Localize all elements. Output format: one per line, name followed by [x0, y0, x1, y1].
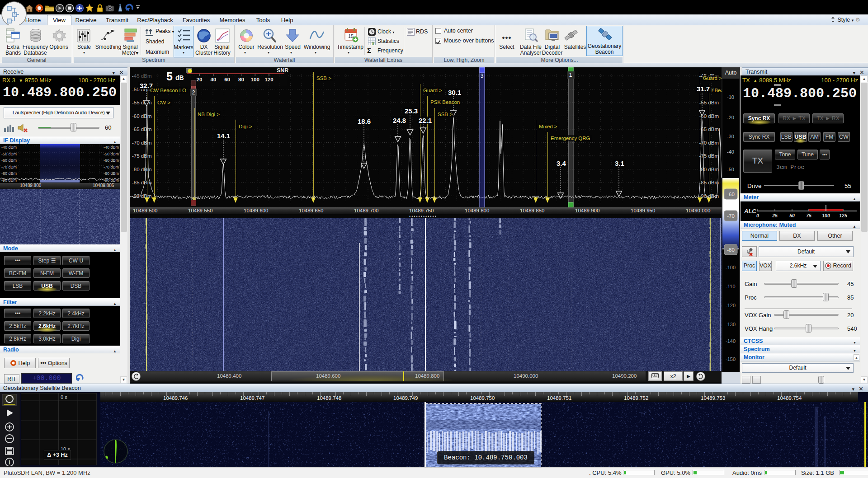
svg-text:3: 3: [481, 73, 484, 79]
svg-text:-50: -50: [727, 167, 734, 172]
svg-text:ALC: ALC: [744, 208, 756, 215]
svg-text:-50 dBm: -50 dBm: [104, 152, 119, 156]
svg-text:-75 dBm: -75 dBm: [132, 153, 151, 159]
svg-text:100: 100: [251, 77, 259, 82]
svg-text:-60 dBm: -60 dBm: [104, 158, 119, 163]
svg-text:-60 dBm: -60 dBm: [132, 113, 151, 119]
svg-text:-40 dBm: -40 dBm: [1, 145, 17, 150]
svg-text:20: 20: [197, 77, 203, 82]
svg-text:0 s: 0 s: [61, 394, 67, 400]
svg-text:100: 100: [822, 213, 830, 218]
svg-text:-150: -150: [726, 356, 736, 362]
svg-text:-80 dBm: -80 dBm: [104, 171, 119, 176]
svg-text:-30: -30: [727, 134, 734, 139]
svg-text:SNR: SNR: [277, 67, 288, 74]
svg-text:-60 dBm: -60 dBm: [1, 158, 17, 163]
svg-text:-10: -10: [727, 94, 734, 100]
svg-text:125: 125: [839, 213, 847, 218]
svg-text:80: 80: [238, 77, 244, 82]
svg-text:0: 0: [756, 213, 759, 218]
svg-text:120: 120: [264, 77, 273, 82]
svg-text:1: 1: [569, 72, 572, 78]
svg-text:-90 dBm: -90 dBm: [104, 178, 119, 183]
svg-text:-40 dBm: -40 dBm: [104, 145, 119, 150]
svg-text:-65 dBm: -65 dBm: [132, 127, 151, 132]
svg-text:-60: -60: [727, 192, 735, 197]
svg-text:-20: -20: [727, 115, 734, 120]
svg-text:2: 2: [192, 89, 195, 96]
svg-text:-110: -110: [726, 284, 735, 289]
svg-text:-80 dBm: -80 dBm: [132, 167, 151, 172]
svg-text:-80: -80: [727, 247, 735, 253]
svg-text:-90 dBm: -90 dBm: [1, 178, 17, 183]
svg-text:dB: dB: [175, 74, 184, 81]
svg-text:5: 5: [166, 70, 173, 83]
svg-text:-40: -40: [727, 149, 734, 155]
svg-text:-100: -100: [726, 265, 736, 270]
svg-text:-85 dBm: -85 dBm: [132, 180, 151, 185]
svg-text:-70 dBm: -70 dBm: [132, 140, 151, 145]
svg-text:-70: -70: [727, 213, 735, 219]
svg-text:i: i: [9, 459, 10, 466]
svg-text:75: 75: [806, 213, 811, 218]
svg-text:-70 dBm: -70 dBm: [104, 165, 119, 169]
svg-text:25: 25: [772, 213, 778, 218]
svg-text:60: 60: [224, 77, 230, 82]
svg-text:-70 dBm: -70 dBm: [1, 165, 17, 169]
svg-text:-140: -140: [726, 338, 736, 344]
svg-text:-80 dBm: -80 dBm: [1, 171, 17, 176]
svg-text:-120: -120: [726, 303, 736, 308]
svg-text:50: 50: [789, 213, 795, 218]
svg-text:40: 40: [210, 77, 216, 82]
svg-text:-130: -130: [726, 322, 736, 327]
svg-text:9: 9: [372, 41, 374, 45]
svg-text:-50 dBm: -50 dBm: [1, 152, 17, 156]
